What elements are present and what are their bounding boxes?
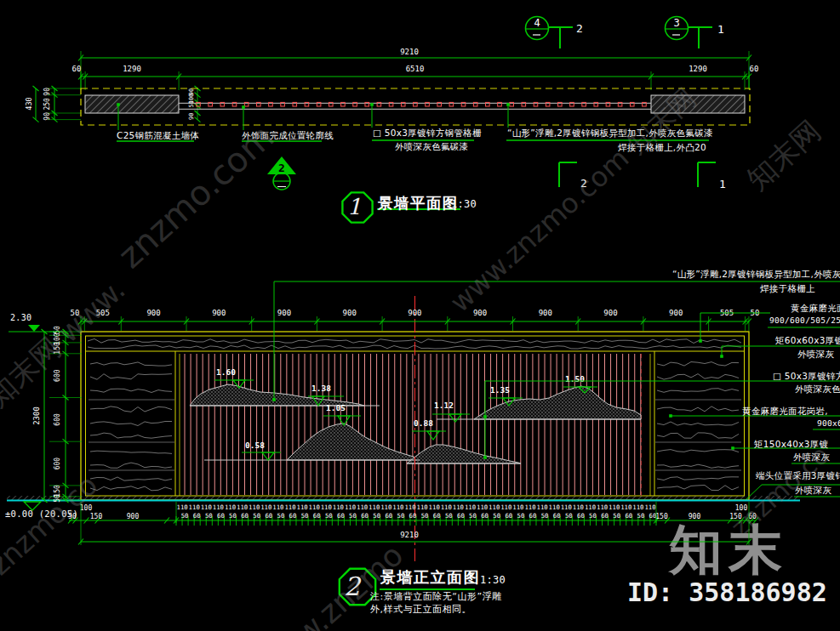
dim-label: 110 [585, 503, 596, 511]
plan-grille-post [643, 102, 647, 106]
dim-tick [174, 518, 179, 524]
spot-level-triangle [449, 414, 461, 422]
spot-level-value: 0.88 [414, 418, 433, 428]
dim-tick [33, 86, 39, 91]
leader-dot [483, 456, 487, 459]
dim-label: 50 [397, 512, 405, 520]
leader-dot [272, 398, 276, 401]
dim-label: 110 [561, 503, 572, 511]
spot-level-triangle [579, 387, 591, 393]
plan-grille-post [606, 102, 610, 106]
dim-label: 50 [349, 512, 357, 520]
section-callout-circle [273, 173, 290, 190]
leader-dot [720, 355, 723, 358]
dim-label: 50 [373, 512, 380, 520]
dim-label: 430 [25, 97, 33, 110]
dim-tick [575, 319, 580, 325]
dim-label: 110 [549, 503, 560, 511]
plan-grille-post [437, 102, 442, 106]
dim-tick [63, 439, 69, 444]
leader-dot [506, 103, 510, 106]
plan-grille-post [510, 102, 514, 106]
dim-tick [176, 74, 181, 80]
watermark: 知末网 [739, 112, 830, 199]
dim-tick [63, 395, 69, 401]
dim-label: 60 [289, 512, 297, 520]
dim-label: 110 [177, 503, 188, 511]
plan-grille-post [329, 102, 333, 106]
dim-label: 110 [609, 503, 620, 511]
dim-label: 110 [632, 503, 643, 511]
stone-vein-line [90, 374, 172, 380]
dim-label: 50 [541, 512, 549, 520]
plan-wall-outline [81, 88, 750, 125]
dim-tick [52, 111, 58, 116]
dim-label: 110 [500, 503, 511, 511]
plan-grille-post [449, 102, 454, 106]
elev-wall-inner-frame [86, 336, 745, 496]
dim-tick [195, 111, 201, 116]
dim-label: 110 [537, 503, 548, 511]
plan-grille-post [630, 102, 634, 106]
dim-label: 110 [333, 503, 344, 511]
dim-label: 150 [54, 342, 61, 355]
dim-label: 110 [284, 503, 295, 511]
plan-label-finish-line: 外饰面完成位置轮廓线 [242, 130, 334, 142]
plan-label-relief-2: 焊接于格栅上,外凸20 [618, 142, 706, 154]
dim-label: 110 [429, 503, 440, 511]
dim-label: 2 [580, 177, 587, 190]
dim-tick [52, 93, 58, 98]
dim-label: 900 [277, 309, 291, 317]
dim-label: 60 [481, 512, 489, 520]
dim-tick [249, 319, 254, 325]
plan-grille-post [353, 102, 357, 106]
dim-label: 110 [201, 503, 212, 511]
plan-grille-post [486, 102, 490, 106]
cad-canvas: znzmo.com 知末网 www. www.znzmo.com 知末网 znz… [0, 0, 840, 631]
dim-tick [78, 319, 83, 325]
relief-mound [474, 386, 641, 419]
plan-grille-post [558, 102, 563, 106]
watermark: znzmo.co [0, 469, 104, 582]
dim-label: 50 [229, 512, 237, 520]
dim-label: 50 [469, 512, 477, 520]
plan-grille-post [414, 102, 418, 106]
stone-vein-line [657, 374, 739, 380]
dim-label: 60 [217, 512, 225, 520]
dim-label: 60 [529, 512, 537, 520]
dim-label: 110 [249, 503, 260, 511]
dim-label: 50 [751, 309, 760, 317]
dim-label: 60 [457, 512, 465, 520]
dim-label: 50 [188, 100, 195, 107]
elev-note-line1: 注:景墙背立面除无“山形”浮雕 [370, 590, 502, 603]
plan-grille-post [197, 102, 201, 106]
elev-ann-grille-2: 外喷深灰色 [795, 384, 840, 395]
dim-label: 50 [54, 326, 61, 334]
dim-label: 2 [278, 162, 285, 174]
plan-label-concrete: C25钢筋混凝土墙体 [117, 130, 199, 142]
dim-label: 60 [649, 512, 657, 520]
dim-label: 600 [54, 413, 61, 426]
stone-vein-line [90, 389, 172, 392]
level-zero-value: ±0.00 (20.05) [5, 509, 78, 519]
leader-dot [731, 446, 734, 450]
elev-ann-relief-1: “山形”浮雕,2厚镀锌钢板异型加工,外喷灰 [672, 269, 840, 281]
dim-label: 50 [613, 512, 620, 520]
dim-label: 900 [603, 309, 617, 317]
dim-label: 900 [669, 309, 683, 317]
dim-label: 60 [385, 512, 392, 520]
plan-grille-post [305, 102, 309, 106]
dim-tick [63, 329, 69, 334]
stone-vein-line [657, 422, 739, 425]
dim-label: 50 [181, 512, 189, 520]
stone-vein-line [657, 433, 739, 438]
dim-label: 110 [357, 503, 368, 511]
brand-logo: 知末 [669, 514, 788, 587]
dim-label: 100 [188, 94, 195, 105]
dim-tick [742, 74, 747, 80]
dim-label: 110 [477, 503, 488, 511]
watermark: 知末网 www. [0, 271, 134, 417]
plan-grille-post [498, 102, 502, 106]
dim-label: 60 [750, 65, 759, 73]
dim-label: 110 [441, 503, 452, 511]
